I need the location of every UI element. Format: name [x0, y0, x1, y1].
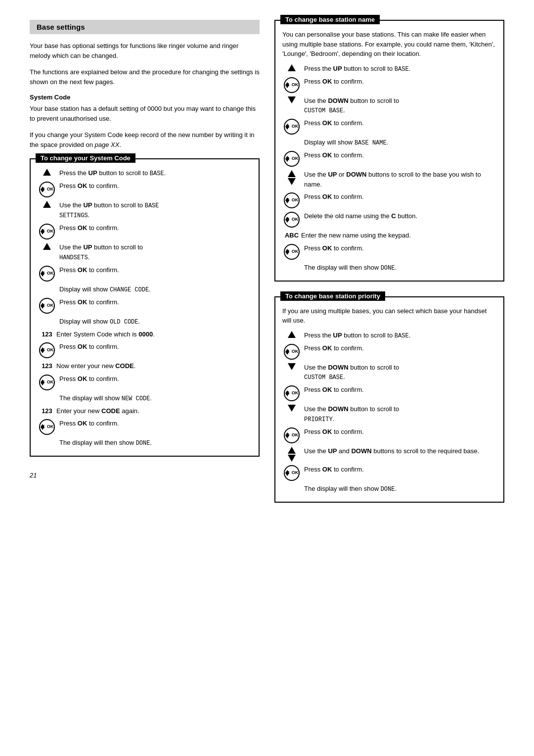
num-icon-1: 123	[38, 330, 56, 339]
sc-step-10-text: Enter System Code which is 0000.	[56, 330, 252, 339]
nm-step-6-text: Press OK to confirm.	[304, 150, 496, 160]
pr-step-8-text: Press OK to confirm.	[304, 465, 496, 474]
sc-step-6-text: Press OK to confirm.	[59, 265, 252, 275]
ok-button-icon-3: OK	[38, 266, 56, 282]
sc-step-3-text: Use the UP button to scroll to BASESETTI…	[59, 200, 252, 220]
sc-step-7-text: Display will show CHANGE CODE.	[59, 284, 252, 294]
nm-step-9: OK Delete the old name using the C butto…	[282, 211, 496, 228]
pr-step-1-text: Press the UP button to scroll to BASE.	[304, 331, 496, 340]
down-arrow-icon-nm1	[282, 96, 301, 103]
sc-step-14-text: The display will show NEW CODE.	[59, 393, 252, 403]
ok-icon-pr3: OK	[282, 427, 301, 443]
ok-icon-nm6: OK	[282, 244, 301, 260]
pr-step-1: Press the UP button to scroll to BASE.	[282, 331, 496, 340]
section-title: Base settings	[30, 20, 260, 34]
nm-step-3-text: Use the DOWN button to scroll toCUSTOM B…	[304, 96, 496, 116]
ok-button-icon-6: OK	[38, 375, 56, 390]
up-arrow-icon	[38, 169, 56, 176]
pr-step-3-text: Use the DOWN button to scroll toCUSTOM B…	[304, 363, 496, 382]
ok-icon-nm3: OK	[282, 151, 301, 167]
nm-step-4-text: Press OK to confirm.	[304, 118, 496, 128]
nm-step-4: OK Press OK to confirm.	[282, 118, 496, 135]
sc-step-17: The display will then show DONE.	[38, 438, 252, 448]
ok-icon-nm5: OK	[282, 212, 301, 228]
ok-icon-pr4: OK	[282, 465, 301, 481]
right-column: To change base station name You can pers…	[274, 20, 504, 503]
sc-step-14: The display will show NEW CODE.	[38, 393, 252, 403]
nm-step-8-text: Press OK to confirm.	[304, 192, 496, 202]
num-icon-2: 123	[38, 361, 56, 371]
pr-step-3: Use the DOWN button to scroll toCUSTOM B…	[282, 363, 496, 382]
sc-step-10: 123 Enter System Code which is 0000.	[38, 330, 252, 339]
abc-icon: ABC	[282, 231, 301, 240]
pr-step-9: The display will then show DONE.	[282, 484, 496, 494]
ok-button-icon: OK	[38, 182, 56, 197]
updown-arrow-nm1	[282, 170, 301, 185]
sc-step-5-text: Use the UP button to scroll toHANDSETS.	[59, 242, 252, 262]
pr-step-8: OK Press OK to confirm.	[282, 465, 496, 481]
nm-step-7: Use the UP or DOWN buttons to scroll to …	[282, 170, 496, 189]
sc-step-11: OK Press OK to confirm.	[38, 342, 252, 358]
down-arrow-pr1	[282, 363, 301, 370]
pr-step-2: OK Press OK to confirm.	[282, 343, 496, 360]
ok-icon-pr2: OK	[282, 385, 301, 401]
intro-paragraph-2: The functions are explained below and th…	[30, 67, 260, 87]
sc-step-6: OK Press OK to confirm.	[38, 265, 252, 282]
sc-step-13-text: Press OK to confirm.	[59, 374, 252, 384]
sc-step-17-text: The display will then show DONE.	[59, 438, 252, 448]
nm-step-12: The display will then show DONE.	[282, 263, 496, 273]
pr-step-5: Use the DOWN button to scroll toPRIORITY…	[282, 404, 496, 424]
nm-step-8: OK Press OK to confirm.	[282, 192, 496, 208]
system-code-box: To change your System Code Press the UP …	[30, 158, 260, 457]
pr-step-7-text: Use the UP and DOWN buttons to scroll to…	[304, 446, 496, 456]
sc-step-3: Use the UP button to scroll to BASESETTI…	[38, 200, 252, 220]
down-arrow-pr2	[282, 405, 301, 412]
priority-intro: If you are using multiple bases, you can…	[282, 306, 496, 326]
sc-step-9: Display will show OLD CODE.	[38, 317, 252, 327]
ok-icon-nm1: OK	[282, 77, 301, 93]
sc-step-16: OK Press OK to confirm.	[38, 419, 252, 435]
nm-step-10: ABC Enter the new name using the keypad.	[282, 231, 496, 240]
system-code-subtitle: System Code	[30, 94, 260, 101]
name-intro: You can personalise your base stations. …	[282, 30, 496, 59]
system-code-text1: Your base station has a default setting …	[30, 104, 260, 123]
sc-step-4: OK Press OK to confirm.	[38, 223, 252, 239]
up-arrow-icon-2	[38, 201, 56, 208]
sc-step-11-text: Press OK to confirm.	[59, 342, 252, 352]
pr-step-4-text: Press OK to confirm.	[304, 385, 496, 395]
nm-step-11: OK Press OK to confirm.	[282, 243, 496, 260]
name-box-title: To change base station name	[280, 15, 380, 24]
sc-step-12-text: Now enter your new CODE.	[56, 361, 252, 371]
sc-step-4-text: Press OK to confirm.	[59, 223, 252, 233]
ok-icon-nm2: OK	[282, 119, 301, 135]
pr-step-6: OK Press OK to confirm.	[282, 427, 496, 443]
system-code-steps: Press the UP button to scroll to BASE. O…	[38, 168, 252, 448]
ok-button-icon-5: OK	[38, 342, 56, 358]
ok-icon-pr1: OK	[282, 344, 301, 360]
pr-step-2-text: Press OK to confirm.	[304, 343, 496, 353]
sc-step-12: 123 Now enter your new CODE.	[38, 361, 252, 371]
page-container: Base settings Your base has optional set…	[30, 20, 504, 503]
system-code-text2: If you change your System Code keep reco…	[30, 130, 260, 149]
page-number: 21	[30, 472, 260, 479]
system-code-box-title: To change your System Code	[36, 153, 135, 163]
sc-step-5: Use the UP button to scroll toHANDSETS.	[38, 242, 252, 262]
nm-step-7-text: Use the UP or DOWN buttons to scroll to …	[304, 170, 496, 189]
nm-step-10-text: Enter the new name using the keypad.	[301, 231, 496, 240]
sc-step-8-text: Press OK to confirm.	[59, 297, 252, 307]
nm-step-5: Display will show BASE NAME.	[282, 138, 496, 147]
sc-step-8: OK Press OK to confirm.	[38, 297, 252, 314]
ok-button-icon-4: OK	[38, 298, 56, 314]
ok-button-icon-2: OK	[38, 224, 56, 239]
pr-step-9-text: The display will then show DONE.	[304, 484, 496, 494]
ok-button-icon-7: OK	[38, 419, 56, 435]
pr-step-5-text: Use the DOWN button to scroll toPRIORITY…	[304, 404, 496, 424]
sc-step-15: 123 Enter your new CODE again.	[38, 406, 252, 416]
pr-step-7: Use the UP and DOWN buttons to scroll to…	[282, 446, 496, 462]
nm-step-2-text: Press OK to confirm.	[304, 77, 496, 87]
nm-step-12-text: The display will then show DONE.	[304, 263, 496, 273]
sc-step-13: OK Press OK to confirm.	[38, 374, 252, 390]
up-arrow-icon-nm1	[282, 64, 301, 71]
nm-step-6: OK Press OK to confirm.	[282, 150, 496, 167]
sc-step-1-text: Press the UP button to scroll to BASE.	[59, 168, 252, 178]
